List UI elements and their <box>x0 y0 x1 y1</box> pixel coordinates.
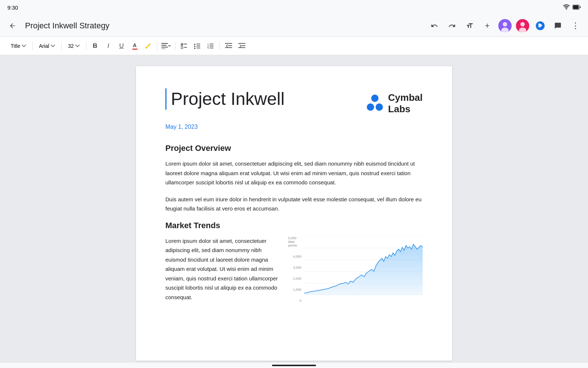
cymbal-logo: CymbalLabs <box>366 88 423 115</box>
undo-button[interactable] <box>428 19 441 32</box>
doc-date: May 1, 2023 <box>165 124 423 130</box>
bold-button[interactable]: B <box>89 40 101 52</box>
highlight-button[interactable] <box>142 40 154 52</box>
svg-point-6 <box>520 22 525 26</box>
svg-rect-15 <box>184 43 187 44</box>
comment-button[interactable] <box>551 19 564 32</box>
svg-rect-31 <box>228 45 232 46</box>
market-chart: 5,000 data points 4,000 3,000 2,000 1,00… <box>288 236 423 302</box>
svg-rect-13 <box>161 49 165 49</box>
divider1 <box>32 42 33 50</box>
svg-point-18 <box>194 43 196 45</box>
svg-rect-32 <box>225 47 232 48</box>
avatar-user2[interactable] <box>516 19 529 32</box>
italic-button[interactable]: I <box>103 40 114 52</box>
text-size-button[interactable] <box>463 19 476 32</box>
toolbar-actions: + ⋮ <box>428 19 582 32</box>
svg-rect-17 <box>184 47 187 47</box>
overview-paragraph-2[interactable]: Duis autem vel eum iriure dolor in hendr… <box>165 195 423 213</box>
bullet-list-button[interactable] <box>191 40 203 52</box>
svg-rect-27 <box>209 46 214 46</box>
cymbal-logo-text: CymbalLabs <box>388 92 423 115</box>
align-button[interactable] <box>160 40 172 52</box>
cymbal-dot-1 <box>371 95 379 102</box>
more-button[interactable]: ⋮ <box>569 19 582 32</box>
scroll-indicator <box>272 365 316 366</box>
checklist-button[interactable] <box>178 40 190 52</box>
divider4 <box>157 42 157 50</box>
font-select[interactable]: Arial <box>36 40 58 52</box>
status-icons <box>563 4 581 11</box>
doc-main-title[interactable]: Project Inkwell <box>165 88 284 110</box>
divider6 <box>219 42 220 50</box>
svg-point-9 <box>539 25 539 26</box>
svg-point-22 <box>194 47 196 49</box>
format-toolbar: Title Arial 32 B I U A <box>0 37 588 55</box>
chart-container: 5,000 data points 4,000 3,000 2,000 1,00… <box>288 236 423 302</box>
font-size-select[interactable]: 32 <box>65 40 83 52</box>
style-select[interactable]: Title <box>7 40 29 52</box>
time-display: 9:30 <box>7 4 18 11</box>
text-color-button[interactable]: A <box>129 40 141 52</box>
y-label-top: 5,000 data points <box>288 236 301 247</box>
top-toolbar: Project Inkwell Strategy + <box>0 15 588 37</box>
market-paragraph-1[interactable]: Lorem ipsum dolor sit amet, consectetuer… <box>165 236 279 302</box>
svg-rect-23 <box>196 47 200 48</box>
avatar-user1[interactable] <box>498 19 512 32</box>
share-button[interactable] <box>534 19 547 32</box>
svg-rect-30 <box>225 43 232 44</box>
chart-y-axis: 5,000 data points 4,000 3,000 2,000 1,00… <box>288 236 303 302</box>
document-title: Project Inkwell Strategy <box>25 21 422 31</box>
redo-button[interactable] <box>445 19 459 32</box>
y-label-3: 3,000 <box>293 266 301 269</box>
svg-rect-10 <box>161 43 168 44</box>
divider2 <box>61 42 62 50</box>
divider3 <box>86 42 86 50</box>
svg-text:3.: 3. <box>207 47 209 49</box>
section-heading-overview: Project Overview <box>165 144 423 153</box>
document-page[interactable]: Project Inkwell CymbalLabs May 1, 2023 P… <box>136 66 452 361</box>
svg-rect-12 <box>161 47 168 47</box>
outdent-button[interactable] <box>223 40 234 52</box>
divider5 <box>175 42 175 50</box>
svg-rect-16 <box>181 46 183 48</box>
section-heading-market: Market Trends <box>165 221 423 230</box>
market-trends-section: Lorem ipsum dolor sit amet, consectetuer… <box>165 236 423 309</box>
svg-rect-25 <box>209 43 214 44</box>
cymbal-dot-3 <box>376 103 383 111</box>
cymbal-dots-icon <box>366 95 384 112</box>
svg-rect-35 <box>238 47 245 48</box>
svg-rect-34 <box>241 45 245 46</box>
y-label-1: 1,000 <box>293 288 301 291</box>
indent-button[interactable] <box>236 40 248 52</box>
battery-icon <box>573 4 581 11</box>
svg-point-20 <box>194 46 196 47</box>
y-label-0: 0 <box>300 299 301 302</box>
svg-rect-11 <box>161 45 166 46</box>
overview-paragraph-1[interactable]: Lorem ipsum dolor sit amet, consectetuer… <box>165 159 423 187</box>
svg-rect-21 <box>196 46 200 46</box>
y-label-4: 4,000 <box>293 255 301 258</box>
wifi-icon <box>563 4 570 11</box>
svg-point-3 <box>503 22 507 26</box>
add-button[interactable]: + <box>481 19 494 32</box>
bottom-bar <box>0 363 588 368</box>
svg-rect-19 <box>196 43 200 44</box>
svg-rect-33 <box>238 43 245 44</box>
numbered-list-button[interactable]: 1. 2. 3. <box>205 40 216 52</box>
market-text: Lorem ipsum dolor sit amet, consectetuer… <box>165 236 279 309</box>
back-button[interactable] <box>6 19 19 32</box>
line-chart-svg <box>304 236 423 295</box>
cymbal-dot-2 <box>367 103 374 111</box>
doc-header: Project Inkwell CymbalLabs <box>165 88 423 115</box>
svg-rect-1 <box>573 5 579 9</box>
status-bar: 9:30 <box>0 0 588 15</box>
y-label-2: 2,000 <box>293 277 301 280</box>
underline-button[interactable]: U <box>116 40 128 52</box>
document-area: Project Inkwell CymbalLabs May 1, 2023 P… <box>0 55 588 363</box>
svg-rect-29 <box>209 47 214 48</box>
